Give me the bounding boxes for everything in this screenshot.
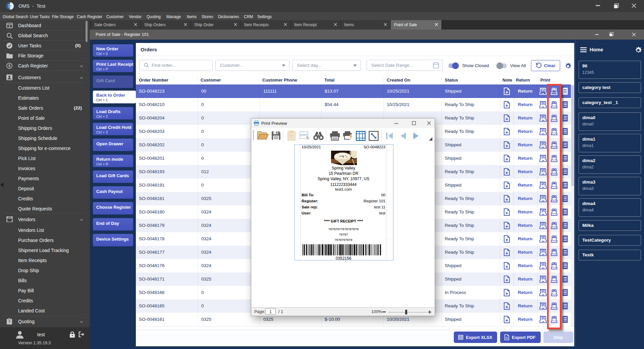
svg-text:?: ?	[8, 320, 10, 324]
svg-text:$: $	[8, 64, 10, 68]
svg-text:?: ?	[290, 134, 293, 139]
